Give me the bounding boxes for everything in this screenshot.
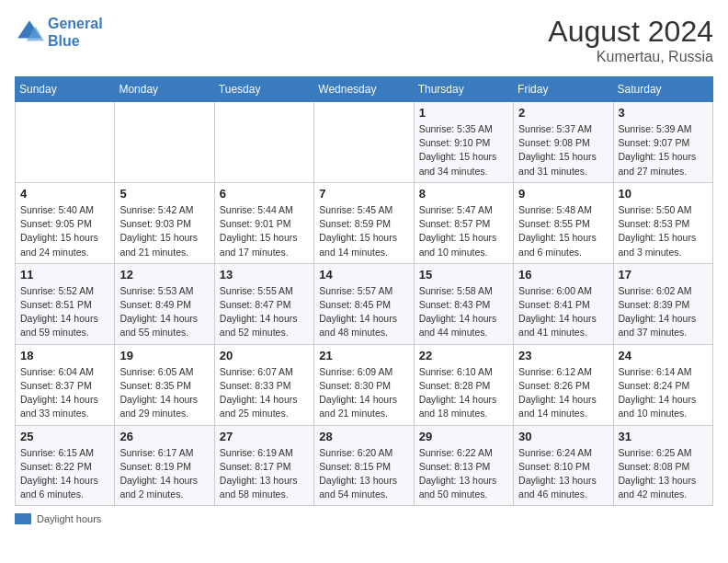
- calendar-cell: 14Sunrise: 5:57 AM Sunset: 8:45 PM Dayli…: [314, 263, 414, 344]
- location-subtitle: Kumertau, Russia: [548, 49, 713, 65]
- day-number: 23: [518, 349, 608, 362]
- day-number: 30: [518, 430, 608, 443]
- calendar-day-header: Monday: [115, 77, 214, 102]
- day-number: 31: [619, 430, 708, 443]
- day-info: Sunrise: 6:10 AM Sunset: 8:28 PM Dayligh…: [419, 365, 508, 421]
- day-info: Sunrise: 6:02 AM Sunset: 8:39 PM Dayligh…: [619, 284, 708, 340]
- day-number: 25: [20, 430, 109, 443]
- calendar-day-header: Saturday: [613, 77, 712, 102]
- day-info: Sunrise: 6:04 AM Sunset: 8:37 PM Dayligh…: [20, 365, 109, 421]
- day-info: Sunrise: 6:07 AM Sunset: 8:33 PM Dayligh…: [220, 365, 309, 421]
- calendar-cell: 9Sunrise: 5:48 AM Sunset: 8:55 PM Daylig…: [514, 182, 613, 263]
- day-number: 2: [518, 106, 608, 120]
- calendar-cell: 3Sunrise: 5:39 AM Sunset: 9:07 PM Daylig…: [613, 102, 712, 183]
- day-info: Sunrise: 6:14 AM Sunset: 8:24 PM Dayligh…: [619, 365, 708, 421]
- day-number: 1: [419, 106, 508, 120]
- day-number: 6: [220, 187, 309, 201]
- calendar-cell: 22Sunrise: 6:10 AM Sunset: 8:28 PM Dayli…: [414, 344, 513, 425]
- calendar-cell: 2Sunrise: 5:37 AM Sunset: 9:08 PM Daylig…: [514, 102, 613, 183]
- calendar-cell: 18Sunrise: 6:04 AM Sunset: 8:37 PM Dayli…: [16, 344, 115, 425]
- day-number: 3: [619, 106, 708, 120]
- calendar-cell: 16Sunrise: 6:00 AM Sunset: 8:41 PM Dayli…: [514, 263, 613, 344]
- day-number: 11: [20, 268, 109, 282]
- calendar-day-header: Wednesday: [314, 77, 414, 102]
- page-header: General Blue August 2024 Kumertau, Russi…: [15, 15, 713, 65]
- day-info: Sunrise: 6:17 AM Sunset: 8:19 PM Dayligh…: [119, 446, 209, 502]
- day-number: 15: [419, 268, 508, 282]
- logo-blue: Blue: [48, 32, 103, 50]
- day-info: Sunrise: 5:53 AM Sunset: 8:49 PM Dayligh…: [119, 284, 209, 340]
- legend-color: [15, 513, 31, 524]
- day-number: 5: [119, 187, 209, 201]
- day-info: Sunrise: 6:00 AM Sunset: 8:41 PM Dayligh…: [518, 284, 608, 340]
- day-number: 18: [20, 349, 109, 362]
- calendar-cell: 15Sunrise: 5:58 AM Sunset: 8:43 PM Dayli…: [414, 263, 513, 344]
- day-info: Sunrise: 5:48 AM Sunset: 8:55 PM Dayligh…: [518, 203, 608, 259]
- calendar-week-row: 11Sunrise: 5:52 AM Sunset: 8:51 PM Dayli…: [16, 263, 713, 344]
- calendar-cell: 19Sunrise: 6:05 AM Sunset: 8:35 PM Dayli…: [115, 344, 214, 425]
- day-info: Sunrise: 5:52 AM Sunset: 8:51 PM Dayligh…: [20, 284, 109, 340]
- logo-icon: [15, 17, 44, 47]
- calendar-cell: 21Sunrise: 6:09 AM Sunset: 8:30 PM Dayli…: [314, 344, 414, 425]
- day-number: 8: [419, 187, 508, 201]
- calendar-cell: 6Sunrise: 5:44 AM Sunset: 9:01 PM Daylig…: [214, 182, 313, 263]
- calendar-cell: 8Sunrise: 5:47 AM Sunset: 8:57 PM Daylig…: [414, 182, 513, 263]
- day-info: Sunrise: 6:05 AM Sunset: 8:35 PM Dayligh…: [119, 365, 209, 421]
- calendar-day-header: Tuesday: [214, 77, 313, 102]
- day-info: Sunrise: 5:37 AM Sunset: 9:08 PM Dayligh…: [518, 122, 608, 178]
- day-info: Sunrise: 6:24 AM Sunset: 8:10 PM Dayligh…: [518, 446, 608, 502]
- day-info: Sunrise: 5:57 AM Sunset: 8:45 PM Dayligh…: [319, 284, 408, 340]
- logo: General Blue: [15, 15, 103, 50]
- calendar-cell: 13Sunrise: 5:55 AM Sunset: 8:47 PM Dayli…: [214, 263, 313, 344]
- calendar-cell: 7Sunrise: 5:45 AM Sunset: 8:59 PM Daylig…: [314, 182, 414, 263]
- logo-text: General Blue: [48, 15, 103, 50]
- day-info: Sunrise: 6:12 AM Sunset: 8:26 PM Dayligh…: [518, 365, 608, 421]
- calendar-cell: 5Sunrise: 5:42 AM Sunset: 9:03 PM Daylig…: [115, 182, 214, 263]
- day-number: 22: [419, 349, 508, 362]
- calendar-cell: 20Sunrise: 6:07 AM Sunset: 8:33 PM Dayli…: [214, 344, 313, 425]
- legend-label: Daylight hours: [37, 513, 101, 524]
- day-number: 29: [419, 430, 508, 443]
- day-info: Sunrise: 5:45 AM Sunset: 8:59 PM Dayligh…: [319, 203, 408, 259]
- day-number: 19: [119, 349, 209, 362]
- calendar-week-row: 25Sunrise: 6:15 AM Sunset: 8:22 PM Dayli…: [16, 425, 713, 506]
- calendar-cell: 23Sunrise: 6:12 AM Sunset: 8:26 PM Dayli…: [514, 344, 613, 425]
- day-number: 26: [119, 430, 209, 443]
- day-number: 21: [319, 349, 408, 362]
- calendar-cell: 25Sunrise: 6:15 AM Sunset: 8:22 PM Dayli…: [16, 425, 115, 506]
- calendar-cell: 30Sunrise: 6:24 AM Sunset: 8:10 PM Dayli…: [514, 425, 613, 506]
- calendar-cell: 29Sunrise: 6:22 AM Sunset: 8:13 PM Dayli…: [414, 425, 513, 506]
- day-info: Sunrise: 5:40 AM Sunset: 9:05 PM Dayligh…: [20, 203, 109, 259]
- day-number: 7: [319, 187, 408, 201]
- day-number: 17: [619, 268, 708, 282]
- day-info: Sunrise: 5:47 AM Sunset: 8:57 PM Dayligh…: [419, 203, 508, 259]
- day-number: 13: [220, 268, 309, 282]
- calendar-cell: 11Sunrise: 5:52 AM Sunset: 8:51 PM Dayli…: [16, 263, 115, 344]
- calendar-cell: 31Sunrise: 6:25 AM Sunset: 8:08 PM Dayli…: [613, 425, 712, 506]
- day-info: Sunrise: 5:35 AM Sunset: 9:10 PM Dayligh…: [419, 122, 508, 178]
- title-block: August 2024 Kumertau, Russia: [548, 15, 713, 65]
- calendar-cell: 26Sunrise: 6:17 AM Sunset: 8:19 PM Dayli…: [115, 425, 214, 506]
- day-info: Sunrise: 6:19 AM Sunset: 8:17 PM Dayligh…: [220, 446, 309, 502]
- month-year-title: August 2024: [548, 15, 713, 49]
- day-info: Sunrise: 5:50 AM Sunset: 8:53 PM Dayligh…: [619, 203, 708, 259]
- day-number: 28: [319, 430, 408, 443]
- day-info: Sunrise: 6:25 AM Sunset: 8:08 PM Dayligh…: [619, 446, 708, 502]
- day-info: Sunrise: 5:44 AM Sunset: 9:01 PM Dayligh…: [220, 203, 309, 259]
- day-info: Sunrise: 5:58 AM Sunset: 8:43 PM Dayligh…: [419, 284, 508, 340]
- day-number: 10: [619, 187, 708, 201]
- day-number: 14: [319, 268, 408, 282]
- day-info: Sunrise: 5:55 AM Sunset: 8:47 PM Dayligh…: [220, 284, 309, 340]
- day-info: Sunrise: 6:22 AM Sunset: 8:13 PM Dayligh…: [419, 446, 508, 502]
- calendar-cell: 28Sunrise: 6:20 AM Sunset: 8:15 PM Dayli…: [314, 425, 414, 506]
- day-number: 24: [619, 349, 708, 362]
- day-info: Sunrise: 5:42 AM Sunset: 9:03 PM Dayligh…: [119, 203, 209, 259]
- calendar-cell: 24Sunrise: 6:14 AM Sunset: 8:24 PM Dayli…: [613, 344, 712, 425]
- calendar-cell: [314, 102, 414, 183]
- calendar-week-row: 18Sunrise: 6:04 AM Sunset: 8:37 PM Dayli…: [16, 344, 713, 425]
- day-info: Sunrise: 5:39 AM Sunset: 9:07 PM Dayligh…: [619, 122, 708, 178]
- calendar-day-header: Thursday: [414, 77, 513, 102]
- day-number: 12: [119, 268, 209, 282]
- calendar-cell: [16, 102, 115, 183]
- day-number: 9: [518, 187, 608, 201]
